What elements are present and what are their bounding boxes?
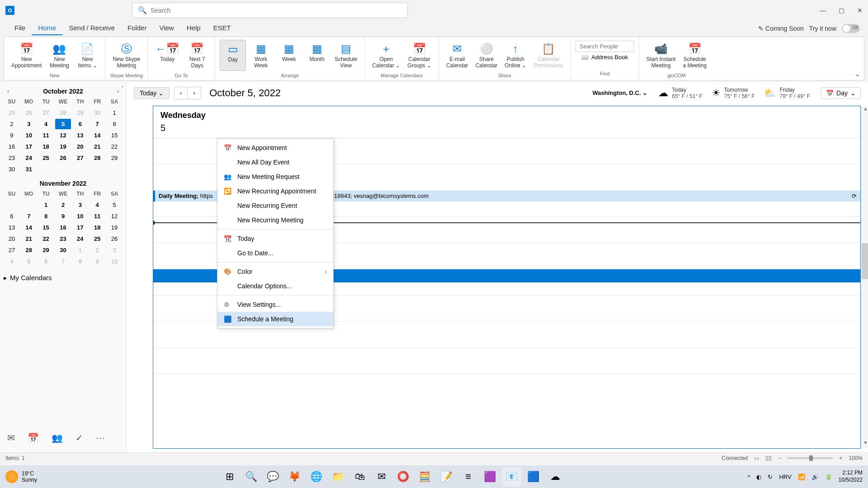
tasks-nav-icon[interactable]: ✓	[75, 432, 83, 443]
cal-day[interactable]: 13	[72, 130, 88, 141]
menu-home[interactable]: Home	[32, 21, 62, 35]
tray-lang[interactable]: HRV	[779, 474, 791, 480]
cal-day[interactable]: 10	[72, 211, 88, 221]
cal-day[interactable]: 14	[89, 130, 105, 141]
today-button[interactable]: Today ⌄	[134, 87, 170, 99]
tray-eset-icon[interactable]: ◐	[756, 474, 761, 480]
taskbar-calc-icon[interactable]: 🧮	[415, 467, 434, 486]
cal-day[interactable]: 20	[4, 234, 20, 244]
minimize-button[interactable]: —	[820, 7, 826, 14]
cal-day[interactable]: 3	[106, 245, 123, 255]
prev-day-button[interactable]: ‹	[174, 87, 188, 99]
taskbar-app1-icon[interactable]: 🟪	[481, 467, 500, 486]
cal-day[interactable]: 27	[72, 153, 88, 163]
cal-day[interactable]: 22	[38, 234, 54, 244]
cal-day[interactable]: 10	[21, 130, 37, 141]
cal-day[interactable]: 25	[89, 234, 105, 244]
ctx-new-appointment[interactable]: 📅New Appointment	[217, 141, 333, 155]
cal-day[interactable]: 18	[89, 222, 105, 233]
menu-file[interactable]: File	[8, 21, 32, 35]
tray-clock[interactable]: 2:12 PM10/5/2022	[839, 469, 863, 483]
prev-month-button[interactable]: ‹	[7, 88, 9, 94]
cal-day[interactable]: 8	[38, 211, 54, 221]
tray-chevron-icon[interactable]: ^	[747, 474, 750, 480]
taskbar-edge-icon[interactable]: 🌐	[307, 467, 326, 486]
cal-day[interactable]: 1	[106, 108, 123, 118]
cal-day[interactable]: 9	[4, 130, 20, 141]
cal-day[interactable]: 28	[89, 153, 105, 163]
next-month-button[interactable]: ›	[117, 88, 119, 94]
cal-day[interactable]: 29	[106, 153, 123, 163]
view-normal-icon[interactable]: ▭	[754, 455, 759, 461]
menu-sendreceive[interactable]: Send / Receive	[62, 21, 121, 35]
cal-day[interactable]: 27	[38, 108, 54, 118]
cal-day[interactable]: 3	[72, 200, 88, 210]
taskbar-firefox-icon[interactable]: 🦊	[285, 467, 304, 486]
ribbon-today[interactable]: ←📅Today	[152, 40, 182, 71]
ctx-schedule-a-meeting[interactable]: 🟦Schedule a Meeting	[217, 312, 333, 326]
cal-day[interactable]: 12	[106, 211, 123, 221]
close-button[interactable]: ✕	[857, 7, 863, 14]
try-it-now-link[interactable]: Try it now	[809, 25, 836, 32]
ctx-new-meeting-request[interactable]: 👥New Meeting Request	[217, 169, 333, 184]
cal-day[interactable]: 7	[89, 119, 105, 129]
cal-day[interactable]: 11	[89, 211, 105, 221]
cal-day[interactable]: 17	[72, 222, 88, 233]
forecast-friday[interactable]: ⛅Friday78° F / 49° F	[764, 87, 810, 99]
cal-day[interactable]: 13	[4, 222, 20, 233]
cal-day[interactable]: 2	[4, 119, 20, 129]
cal-day[interactable]: 25	[4, 108, 20, 118]
ctx-new-recurring-meeting[interactable]: New Recurring Meeting	[217, 213, 333, 227]
cal-day[interactable]: 20	[72, 141, 88, 152]
ctx-go-to-date---[interactable]: Go to Date...	[217, 246, 333, 260]
mail-nav-icon[interactable]: ✉	[7, 432, 15, 443]
cal-day[interactable]: 6	[72, 119, 88, 129]
tray-sync-icon[interactable]: ↻	[768, 474, 773, 480]
cal-day[interactable]: 8	[106, 119, 123, 129]
ribbon-publish-online--[interactable]: ↑Publish Online ⌄	[502, 40, 529, 71]
cal-day[interactable]: 23	[55, 234, 71, 244]
sidebar-collapse-button[interactable]: ‹	[122, 83, 123, 89]
cal-day[interactable]: 27	[4, 245, 20, 255]
people-nav-icon[interactable]: 👥	[52, 432, 63, 443]
next-day-button[interactable]: ›	[188, 87, 201, 99]
time-slot[interactable]: 7 PM	[153, 348, 860, 374]
ctx-color[interactable]: 🎨Color›	[217, 264, 333, 279]
cal-day[interactable]: 5	[21, 256, 37, 267]
cal-day[interactable]: 6	[38, 256, 54, 267]
menu-folder[interactable]: Folder	[121, 21, 153, 35]
cal-day[interactable]: 24	[21, 153, 37, 163]
cal-day[interactable]: 2	[55, 200, 71, 210]
cal-day[interactable]: 9	[89, 256, 105, 267]
cal-day[interactable]: 19	[106, 222, 123, 233]
cal-day[interactable]: 30	[89, 108, 105, 118]
cal-day[interactable]: 5	[55, 119, 71, 129]
cal-day[interactable]: 25	[38, 153, 54, 163]
zoom-out-button[interactable]: −	[778, 455, 781, 461]
cal-day[interactable]: 7	[21, 211, 37, 221]
cal-day[interactable]: 28	[21, 245, 37, 255]
cal-day[interactable]: 21	[89, 141, 105, 152]
taskbar-glocom-icon[interactable]: 🟦	[524, 467, 543, 486]
ctx-new-recurring-event[interactable]: New Recurring Event	[217, 198, 333, 213]
ctx-new-all-day-event[interactable]: New All Day Event	[217, 155, 333, 169]
ribbon-start-instant-meeting[interactable]: 📹Start Instant Meeting	[644, 40, 679, 71]
cal-day[interactable]: 31	[21, 164, 37, 174]
ribbon-month[interactable]: ▦Month	[304, 40, 330, 71]
vertical-scrollbar[interactable]: ▲ ▼	[861, 106, 868, 448]
ribbon-work-week[interactable]: ▦Work Week	[248, 40, 274, 71]
ribbon-week[interactable]: ▦Week	[276, 40, 302, 71]
weather-location[interactable]: Washington, D.C. ⌄	[592, 89, 647, 96]
cal-day[interactable]: 8	[72, 256, 88, 267]
ctx-today[interactable]: 📆Today	[217, 231, 333, 246]
calendar-nav-icon[interactable]: 📅	[28, 432, 39, 443]
ribbon-share-calendar[interactable]: ⚪Share Calendar	[473, 40, 500, 71]
maximize-button[interactable]: ▢	[839, 7, 844, 14]
ribbon-new-items--[interactable]: 📄New Items ⌄	[74, 40, 100, 71]
coming-soon-toggle[interactable]: Off	[842, 24, 860, 33]
cal-day[interactable]: 10	[106, 256, 123, 267]
search-box[interactable]: 🔍	[132, 3, 408, 18]
cal-day[interactable]: 4	[38, 119, 54, 129]
cal-day[interactable]: 29	[38, 245, 54, 255]
ribbon-schedule-a-meeting[interactable]: 📅Schedule a Meeting	[680, 40, 709, 71]
